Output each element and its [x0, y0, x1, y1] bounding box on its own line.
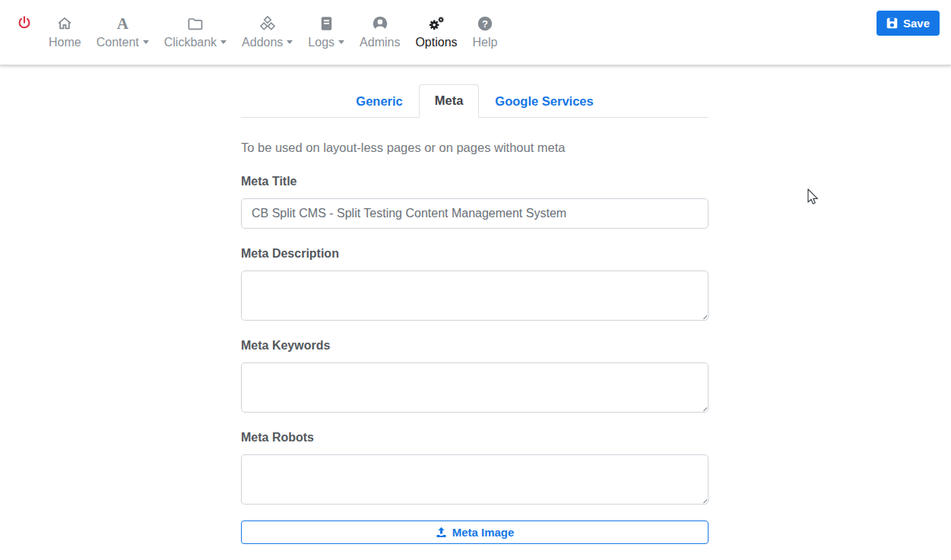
- cubes-icon: [260, 15, 275, 32]
- home-icon: [57, 15, 72, 32]
- nav-item-home[interactable]: Home: [47, 15, 83, 49]
- tab-meta[interactable]: Meta: [419, 84, 480, 118]
- chevron-down-icon: [287, 40, 293, 44]
- settings-tab-bar: Generic Meta Google Services: [241, 84, 708, 118]
- journal-icon: [319, 15, 334, 32]
- meta-description-label: Meta Description: [241, 247, 708, 261]
- tab-generic[interactable]: Generic: [340, 85, 418, 118]
- chevron-down-icon: [143, 40, 149, 44]
- form-intro-text: To be used on layout-less pages or on pa…: [241, 141, 708, 155]
- tab-google-services[interactable]: Google Services: [479, 85, 609, 118]
- top-navbar: Home A Content Clickbank Ad: [0, 0, 951, 65]
- font-a-icon: A: [117, 15, 128, 32]
- save-icon: [886, 17, 898, 29]
- nav-label: Help: [473, 36, 498, 49]
- meta-image-button-label: Meta Image: [452, 526, 515, 539]
- nav-label: Addons: [242, 36, 283, 49]
- power-icon: [17, 15, 32, 30]
- question-circle-icon: ?: [477, 15, 493, 32]
- nav-label: Content: [97, 36, 139, 49]
- meta-description-textarea[interactable]: [241, 271, 708, 321]
- meta-keywords-label: Meta Keywords: [241, 339, 708, 353]
- nav-item-admins[interactable]: Admins: [358, 15, 401, 49]
- meta-keywords-textarea[interactable]: [241, 362, 708, 413]
- nav-item-clickbank[interactable]: Clickbank: [163, 15, 228, 49]
- logout-power-button[interactable]: [17, 15, 32, 32]
- chevron-down-icon: [338, 40, 344, 44]
- meta-description-wrap: [241, 271, 708, 321]
- save-button[interactable]: Save: [877, 11, 940, 36]
- nav-label: Admins: [360, 36, 400, 49]
- nav-label: Logs: [308, 36, 334, 49]
- nav-item-content[interactable]: A Content: [95, 15, 151, 49]
- nav-label: Home: [49, 36, 81, 49]
- folder-icon: [187, 15, 204, 32]
- meta-robots-label: Meta Robots: [241, 431, 708, 445]
- meta-robots-textarea[interactable]: [241, 454, 708, 505]
- meta-robots-wrap: [241, 454, 708, 505]
- meta-title-input[interactable]: [241, 198, 708, 229]
- nav-label: Options: [415, 36, 457, 49]
- meta-keywords-wrap: [241, 362, 708, 413]
- save-button-label: Save: [903, 17, 930, 30]
- settings-form-container: Generic Meta Google Services To be used …: [241, 84, 708, 544]
- svg-text:?: ?: [482, 18, 488, 30]
- nav-label: Clickbank: [164, 36, 217, 49]
- nav-items: Home A Content Clickbank Ad: [47, 15, 499, 49]
- nav-item-help[interactable]: ? Help: [471, 15, 499, 49]
- upload-icon: [436, 527, 447, 538]
- user-circle-icon: [372, 15, 388, 32]
- gears-icon: [428, 15, 445, 32]
- meta-image-button[interactable]: Meta Image: [241, 520, 708, 544]
- nav-item-addons[interactable]: Addons: [240, 15, 294, 49]
- meta-title-label: Meta Title: [241, 175, 708, 188]
- chevron-down-icon: [220, 40, 227, 44]
- nav-item-options[interactable]: Options: [414, 15, 458, 49]
- mouse-cursor: [807, 188, 819, 206]
- nav-item-logs[interactable]: Logs: [306, 15, 346, 49]
